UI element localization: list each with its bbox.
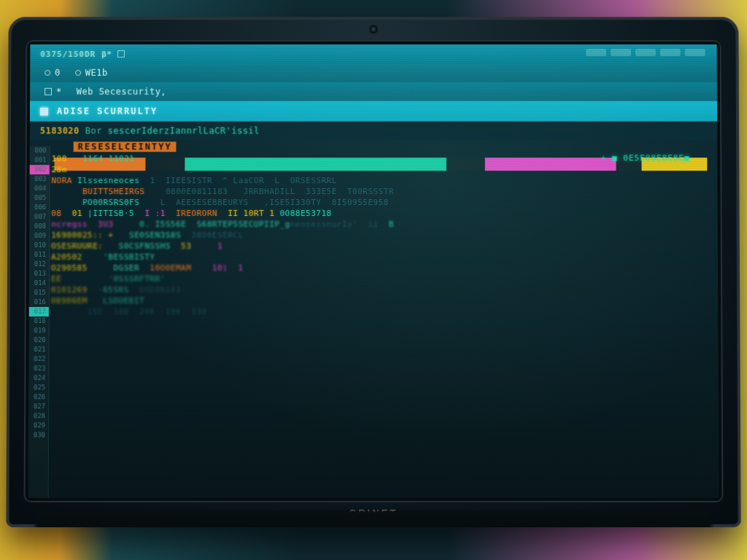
gutter-line-number: 009 [29,231,49,241]
gutter-line-number: 003 [30,174,50,184]
gutter-line-number: 010 [29,241,49,250]
gutter-line-number: 011 [29,250,49,260]
code-line: BUITTSHEIRGS 0800E0811183 JRRBHADILL 333… [51,186,711,197]
gutter-line-number: 028 [28,411,48,421]
code-line: 28m [52,164,712,175]
tab-0[interactable]: 0 [40,68,65,78]
code-area[interactable]: 108 1164 1102128mNORA Ilssesneoces 1 IIE… [50,153,713,495]
code-line: OSESRUURE: S0CSFNSSHS 53 1 [51,241,712,252]
gutter-line-number: 006 [29,203,49,212]
header2-func: Bor sescerIderzIannrlLaCR'issil [85,125,260,136]
gutter-line-number: 021 [28,345,48,354]
tab-1-label: WE1b [85,68,108,78]
radio-icon [44,70,50,76]
code-line: A20502 'BESSBISTY [51,252,712,262]
line-gutter: 0000010020030040050060070080090100110120… [28,146,50,498]
gutter-line-number: 007 [29,212,49,222]
code-line: 16900025:: + SE0SEN3S8S 38O0ESERCL [51,230,712,241]
gutter-line-number: 000 [30,146,50,155]
gutter-line-number: 027 [28,402,48,411]
square-icon [117,50,125,58]
code-line: PO00RSRS0FS L AEESESEBBEURYS ,ISE5I330TY… [51,197,711,208]
gutter-line-number: 008 [29,222,49,231]
tab-2-label: * [56,87,62,97]
gutter-line-number: 030 [28,430,48,440]
warn-tag: RESESELCEINTYY [74,141,177,152]
checkbox-icon [44,88,52,96]
gutter-line-number: 015 [29,288,49,298]
gutter-line-number: 005 [29,193,49,203]
code-line: O290585 DGSER 10O0EMAM 10) 1 [51,262,712,273]
webcam-icon [370,26,377,33]
code-line: 08 01 |IITISB·5 I :1 IREORORN II 10RT 1 … [51,208,711,219]
screen-bezel: 0375/150DR β* 0 WE1b [24,40,724,502]
gutter-line-number: 001 [30,155,50,165]
keyboard-hint [35,510,711,527]
code-line: 08906EM LSDUEBIT [51,295,712,306]
gutter-line-number: 012 [29,260,49,269]
active-tab-label: ADISE SCURRULTY [57,106,158,117]
gutter-line-number: 017 [29,307,49,316]
gutter-line-number: 025 [28,383,48,392]
gutter-line-number: 026 [28,392,48,402]
title-right-indicators [586,49,705,56]
gutter-line-number: 023 [28,364,48,373]
session-id: 0375/150DR [40,49,96,58]
tab-web-security[interactable]: Web Secescurity, [72,87,171,97]
code-line: 108 1164 11021 [52,153,712,164]
tab-star[interactable]: * [40,87,66,97]
warn-line: RESESELCEINTYY [30,140,718,153]
code-line: 15E 108 206 106 330 [51,306,713,317]
gutter-line-number: 018 [29,316,49,326]
tab-3-label: Web Secescurity, [77,87,166,97]
gutter-line-number: 024 [28,373,48,383]
gutter-line-number: 013 [29,269,49,279]
gutter-line-number: 022 [28,354,48,364]
screen: 0375/150DR β* 0 WE1b [28,44,719,498]
code-line: 0101269 ·65SRS OOD00103 [51,284,712,295]
gutter-line-number: 014 [29,279,49,288]
code-line: NORA Ilssesneoces 1 IIEESISTR ^ LaaCOR L… [51,175,711,186]
title-bar: 0375/150DR β* [30,44,716,63]
tab-bar-row-1[interactable]: 0 WE1b [30,63,717,82]
header-line-2: 5183020 Bor sescerIderzIannrlLaCR'issil [30,121,717,140]
tab-0-label: 0 [55,68,61,78]
code-line: ncregss 3U3 0. I5S56E S68RTEP5SECUPIIP_g… [51,219,712,230]
gutter-line-number: 004 [29,184,49,193]
laptop-frame: 0375/150DR β* 0 WE1b [6,17,740,527]
radio-icon [75,70,81,76]
gutter-line-number: 029 [28,421,48,430]
tab-we1b[interactable]: WE1b [71,68,112,78]
gutter-line-number: 019 [29,326,49,335]
tab-bar-row-2[interactable]: * Web Secescurity, [30,82,717,101]
gutter-line-number: 020 [29,335,49,345]
gutter-line-number: 016 [29,298,49,307]
square-filled-icon [40,107,48,115]
code-line: EE '0SSSRFTRR' [51,273,712,284]
header2-lineno: 5183020 [40,125,80,136]
gutter-line-number: 002 [30,165,50,174]
active-tab-bar[interactable]: ADISE SCURRULTY [30,101,717,122]
session-glyph: β* [101,49,112,58]
